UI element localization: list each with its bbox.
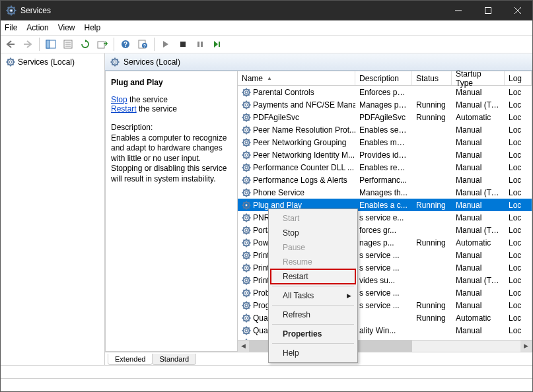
maximize-button[interactable] (473, 1, 503, 20)
minimize-button[interactable] (443, 1, 473, 20)
show-hide-tree-button[interactable] (44, 37, 58, 51)
description-label: Description: (111, 123, 153, 132)
gear-icon (242, 113, 251, 122)
service-logon: Loc (505, 150, 532, 160)
context-menu-start: Start (271, 211, 355, 226)
menu-file[interactable]: File (5, 23, 17, 32)
scroll-right-button[interactable]: ▶ (520, 341, 532, 352)
restart-service-link[interactable]: Restart (111, 104, 137, 114)
service-startup: Manual (452, 326, 505, 335)
service-logon: Loc (505, 263, 532, 273)
context-menu-restart[interactable]: Restart (271, 269, 355, 284)
service-name: Performance Logs & Alerts (253, 176, 347, 185)
service-description: Enables a c... (355, 201, 412, 210)
status-bar-2 (1, 378, 532, 391)
help-topic-button[interactable]: ? (135, 37, 150, 51)
gear-icon (242, 201, 251, 210)
service-row[interactable]: Performance Counter DLL ...Enables rem..… (238, 161, 532, 174)
service-description: forces gr... (355, 226, 412, 235)
service-startup: Manual (452, 88, 505, 97)
help-button[interactable]: ? (118, 37, 133, 51)
refresh-button[interactable] (78, 37, 92, 51)
column-header-status[interactable]: Status (412, 71, 452, 85)
service-status: Running (412, 113, 452, 122)
menu-help[interactable]: Help (85, 23, 101, 32)
service-startup: Manual (Trig... (452, 100, 505, 110)
start-service-button[interactable] (159, 37, 173, 51)
context-menu-properties[interactable]: Properties (271, 327, 355, 341)
tree-item-label: Services (Local) (18, 57, 75, 67)
svg-rect-15 (46, 40, 50, 48)
service-description: Enables mul... (355, 138, 412, 147)
gear-icon (242, 326, 251, 335)
svg-rect-29 (219, 42, 220, 47)
service-startup: Manual (452, 138, 505, 147)
service-status: Running (412, 301, 452, 310)
context-menu-all-tasks[interactable]: All Tasks▶ (271, 288, 355, 303)
service-row[interactable]: Parental ControlsEnforces pa...ManualLoc (238, 86, 532, 98)
stop-service-button[interactable] (176, 37, 190, 51)
context-menu: Start Stop Pause Resume Restart All Task… (268, 209, 358, 363)
service-startup: Manual (452, 301, 505, 310)
restart-service-button[interactable] (210, 37, 225, 51)
toolbar-separator (114, 38, 114, 51)
pause-service-button[interactable] (193, 37, 207, 51)
column-header-startup[interactable]: Startup Type (452, 71, 505, 85)
forward-button[interactable] (20, 37, 35, 51)
description-text: Enables a computer to recognize and adap… (111, 133, 227, 183)
stop-service-link[interactable]: Stop (111, 95, 127, 104)
svg-rect-26 (180, 42, 186, 47)
service-row[interactable]: Phone ServiceManages th...Manual (Trig..… (238, 186, 532, 199)
menu-view[interactable]: View (58, 23, 75, 32)
column-header-description[interactable]: Description (355, 71, 412, 85)
gear-icon (242, 301, 251, 310)
context-menu-refresh[interactable]: Refresh (271, 308, 355, 322)
context-menu-separator (272, 305, 354, 306)
service-logon: Loc (505, 125, 532, 135)
service-logon: Loc (505, 88, 532, 97)
service-name: Performance Counter DLL ... (253, 163, 354, 172)
gear-icon (242, 188, 251, 197)
service-row[interactable]: Peer Name Resolution Prot...Enables serv… (238, 123, 532, 136)
service-row[interactable]: Peer Networking GroupingEnables mul...Ma… (238, 136, 532, 148)
service-logon: Loc (505, 188, 532, 197)
service-name: Phone Service (253, 188, 304, 197)
tree-item-services-local[interactable]: Services (Local) (3, 56, 102, 68)
toolbar-separator (154, 38, 155, 51)
service-logon: Loc (505, 138, 532, 147)
export-button[interactable] (95, 37, 110, 51)
context-menu-stop[interactable]: Stop (271, 226, 355, 240)
properties-button[interactable] (61, 37, 75, 51)
service-row[interactable]: Payments and NFC/SE Mana...Manages pa...… (238, 98, 532, 111)
scroll-left-button[interactable]: ◀ (238, 341, 249, 352)
context-menu-separator (272, 343, 354, 344)
service-logon: Loc (505, 213, 532, 222)
tab-extended[interactable]: Extended (108, 354, 153, 365)
column-header-logon[interactable]: Log (505, 71, 532, 85)
gear-icon (110, 57, 120, 67)
service-startup: Manual (452, 176, 505, 185)
context-menu-help[interactable]: Help (271, 346, 355, 360)
gear-icon (242, 150, 251, 160)
column-header-name[interactable]: Name▲ (238, 71, 355, 85)
menu-action[interactable]: Action (26, 23, 48, 32)
service-logon: Loc (505, 163, 532, 172)
service-startup: Manual (452, 263, 505, 273)
status-bar (1, 365, 532, 378)
service-row[interactable]: Peer Networking Identity M...Provides id… (238, 148, 532, 161)
service-startup: Manual (452, 125, 505, 135)
gear-icon (242, 100, 251, 110)
service-name: Peer Networking Identity M... (253, 150, 355, 160)
gear-icon (242, 276, 251, 285)
service-startup: Manual (452, 201, 505, 210)
back-button[interactable] (3, 37, 18, 51)
service-row[interactable]: PDFAgileSvcPDFAgileSvcRunningAutomaticLo… (238, 111, 532, 123)
title-bar: Services (1, 1, 532, 20)
gear-icon (242, 163, 251, 172)
gear-icon (6, 57, 15, 67)
service-row[interactable]: Performance Logs & AlertsPerformanc...Ma… (238, 174, 532, 186)
tab-standard[interactable]: Standard (152, 354, 196, 365)
close-button[interactable] (503, 1, 532, 20)
service-startup: Automatic (452, 113, 505, 122)
gear-icon (242, 176, 251, 185)
